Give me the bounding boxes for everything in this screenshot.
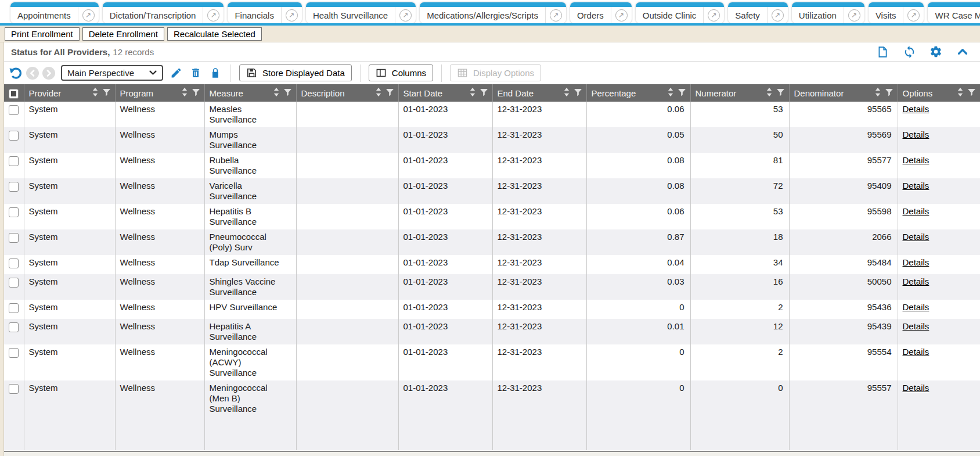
delete-enrollment-button[interactable]: Delete Enrollment (82, 27, 164, 41)
column-header[interactable]: Description (296, 84, 398, 102)
tab-bar: Appointments ↗ Dictation/Transcription ↗… (0, 0, 980, 23)
sort-icon[interactable] (92, 88, 98, 98)
open-in-window-button[interactable]: ↗ (281, 7, 302, 23)
filter-icon[interactable] (386, 88, 394, 98)
module-tab[interactable]: WR Case Mgmt ↗ (928, 2, 980, 23)
collapse-icon[interactable] (956, 45, 970, 59)
open-in-window-button[interactable]: ↗ (767, 7, 788, 23)
details-link[interactable]: Details (903, 232, 929, 242)
module-tab[interactable]: Appointments ↗ (10, 2, 99, 23)
sort-icon[interactable] (668, 88, 673, 98)
store-displayed-data-button[interactable]: Store Displayed Data (239, 64, 352, 81)
filter-icon[interactable] (968, 88, 975, 98)
details-link[interactable]: Details (903, 383, 929, 393)
module-tab[interactable]: Orders ↗ (570, 2, 632, 23)
nav-forward-icon[interactable] (42, 67, 55, 80)
open-in-window-button[interactable]: ↗ (545, 7, 566, 23)
details-link[interactable]: Details (903, 277, 929, 286)
column-header[interactable]: Denominator (789, 84, 898, 102)
module-tab[interactable]: Safety ↗ (728, 2, 788, 23)
page-icon[interactable] (875, 45, 889, 59)
nav-back-icon[interactable] (26, 67, 39, 80)
module-tab[interactable]: Dictation/Transcription ↗ (103, 2, 224, 23)
row-checkbox[interactable] (9, 348, 19, 358)
open-in-window-button[interactable]: ↗ (903, 7, 924, 23)
percentage-cell: 0.08 (586, 178, 690, 204)
column-header[interactable]: Percentage (586, 84, 690, 102)
filter-icon[interactable] (777, 88, 784, 98)
sort-icon[interactable] (875, 88, 881, 98)
open-in-window-button[interactable]: ↗ (203, 7, 224, 23)
filter-icon[interactable] (885, 88, 893, 98)
filter-icon[interactable] (480, 88, 488, 98)
details-link[interactable]: Details (903, 321, 929, 331)
recalculate-selected-button[interactable]: Recalculate Selected (167, 27, 262, 41)
external-link-icon: ↗ (82, 9, 95, 21)
row-checkbox[interactable] (9, 384, 19, 394)
sort-icon[interactable] (564, 88, 570, 98)
row-checkbox[interactable] (9, 131, 19, 141)
left-margin-strip (0, 42, 4, 456)
column-header[interactable]: Program (115, 84, 204, 102)
filter-icon[interactable] (678, 88, 686, 98)
details-link[interactable]: Details (903, 104, 929, 114)
column-header[interactable]: Numerator (690, 84, 789, 102)
open-in-window-button[interactable]: ↗ (703, 7, 724, 23)
module-tab[interactable]: Utilization ↗ (792, 2, 864, 23)
filter-icon[interactable] (284, 88, 291, 98)
row-checkbox[interactable] (9, 156, 19, 166)
module-tab[interactable]: Visits ↗ (869, 2, 924, 23)
perspective-select[interactable]: Main Perspective (61, 65, 163, 81)
column-header[interactable]: Start Date (398, 84, 492, 102)
row-checkbox[interactable] (9, 233, 19, 243)
open-in-window-button[interactable]: ↗ (395, 7, 416, 23)
select-all-checkbox[interactable] (9, 89, 19, 99)
sort-icon[interactable] (766, 88, 772, 98)
row-checkbox[interactable] (9, 105, 19, 115)
column-header[interactable]: Measure (204, 84, 296, 102)
row-checkbox[interactable] (9, 207, 19, 217)
open-in-window-button[interactable]: ↗ (78, 7, 99, 23)
details-link[interactable]: Details (903, 155, 929, 165)
column-header[interactable]: Options (898, 84, 980, 102)
row-checkbox[interactable] (9, 258, 19, 268)
horizontal-scrollbar[interactable] (4, 451, 980, 456)
details-link[interactable]: Details (903, 257, 929, 267)
lock-icon[interactable] (208, 66, 222, 80)
gear-icon[interactable] (929, 45, 943, 59)
open-in-window-button[interactable]: ↗ (844, 7, 864, 23)
filter-icon[interactable] (574, 88, 582, 98)
details-link[interactable]: Details (903, 302, 929, 312)
module-tab[interactable]: Financials ↗ (228, 2, 302, 23)
table-row: System Wellness Pneumococcal (Poly) Surv… (4, 229, 980, 255)
undo-icon[interactable] (9, 66, 23, 80)
row-checkbox[interactable] (9, 303, 19, 313)
filter-icon[interactable] (103, 88, 110, 98)
column-header[interactable]: Provider (24, 84, 115, 102)
filter-icon[interactable] (192, 88, 200, 98)
columns-button[interactable]: Columns (369, 64, 433, 81)
details-link[interactable]: Details (903, 130, 929, 139)
row-checkbox[interactable] (9, 322, 19, 332)
row-checkbox[interactable] (9, 182, 19, 192)
sort-icon[interactable] (470, 88, 475, 98)
print-enrollment-button[interactable]: Print Enrollment (5, 27, 80, 41)
sort-icon[interactable] (376, 88, 381, 98)
details-link[interactable]: Details (903, 347, 929, 357)
column-header[interactable]: End Date (492, 84, 586, 102)
delete-icon[interactable] (189, 66, 203, 80)
refresh-icon[interactable] (902, 45, 916, 59)
sort-icon[interactable] (273, 88, 279, 98)
details-link[interactable]: Details (903, 206, 929, 216)
details-link[interactable]: Details (903, 181, 929, 191)
row-checkbox[interactable] (9, 278, 19, 288)
tab-label: WR Case Mgmt (928, 10, 980, 20)
sort-icon[interactable] (182, 88, 188, 98)
sort-icon[interactable] (957, 88, 963, 98)
module-tab[interactable]: Health Surveillance ↗ (306, 2, 416, 23)
external-link-icon: ↗ (399, 9, 412, 21)
edit-icon[interactable] (169, 66, 183, 80)
module-tab[interactable]: Outside Clinic ↗ (636, 2, 725, 23)
module-tab[interactable]: Medications/Allergies/Scripts ↗ (420, 2, 566, 23)
open-in-window-button[interactable]: ↗ (611, 7, 632, 23)
